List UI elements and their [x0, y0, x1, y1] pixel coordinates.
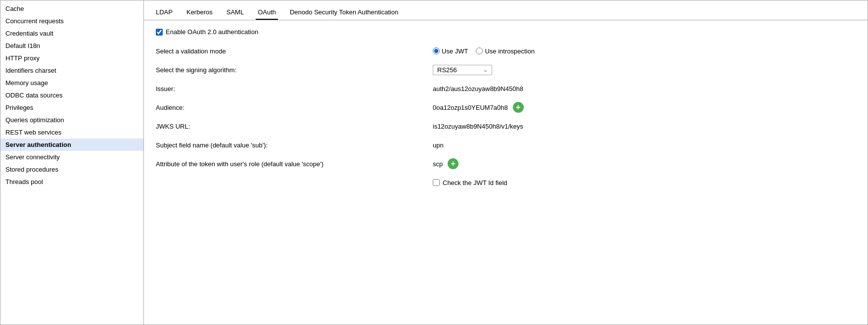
- sidebar: CacheConcurrent requestsCredentials vaul…: [0, 0, 144, 325]
- content-area: Enable OAuth 2.0 authentication Select a…: [144, 20, 868, 325]
- subject-field-row: Subject field name (default value 'sub')…: [156, 139, 856, 151]
- sidebar-item-rest-web-services[interactable]: REST web services: [0, 126, 143, 139]
- sidebar-item-server-connectivity[interactable]: Server connectivity: [0, 151, 143, 163]
- check-jwt-id-row: Check the JWT Id field: [156, 176, 856, 189]
- sidebar-item-threads-pool[interactable]: Threads pool: [0, 176, 143, 188]
- sidebar-item-identifiers-charset[interactable]: Identifiers charset: [0, 64, 143, 77]
- audience-add-button[interactable]: +: [513, 102, 524, 113]
- dropdown-arrow-icon: ⌄: [483, 67, 488, 73]
- tab-saml[interactable]: SAML: [225, 5, 246, 20]
- signing-algorithm-dropdown[interactable]: RS256 ⌄: [433, 65, 492, 75]
- sidebar-item-memory-usage[interactable]: Memory usage: [0, 77, 143, 89]
- tab-oauth[interactable]: OAuth: [256, 5, 278, 20]
- enable-oauth-checkbox[interactable]: [156, 29, 163, 36]
- jwks-url-row: JWKS URL: is12ozuyaw8b9N450h8/v1/keys: [156, 120, 856, 133]
- use-introspection-radio[interactable]: [476, 47, 483, 54]
- signing-algorithm-selected: RS256: [437, 66, 481, 74]
- tab-bar: LDAPKerberosSAMLOAuthDenodo Security Tok…: [144, 0, 868, 20]
- sidebar-item-privileges[interactable]: Privileges: [0, 101, 143, 114]
- use-jwt-option[interactable]: Use JWT: [433, 47, 468, 55]
- sidebar-item-concurrent-requests[interactable]: Concurrent requests: [0, 15, 143, 27]
- jwks-url-label: JWKS URL:: [156, 123, 433, 130]
- validation-mode-row: Select a validation mode Use JWT Use int…: [156, 45, 856, 57]
- jwks-url-text: is12ozuyaw8b9N450h8/v1/keys: [433, 123, 523, 130]
- token-role-attr-label: Attribute of the token with user's role …: [156, 160, 433, 168]
- audience-text: 0oa12ozp1s0YEUM7a0h8: [433, 104, 508, 111]
- use-introspection-label: Use introspection: [485, 47, 534, 55]
- enable-oauth-row: Enable OAuth 2.0 authentication: [156, 28, 856, 36]
- token-role-attr-row: Attribute of the token with user's role …: [156, 157, 856, 170]
- sidebar-item-default-i18n[interactable]: Default I18n: [0, 40, 143, 52]
- check-jwt-id-value: Check the JWT Id field: [433, 179, 856, 186]
- sidebar-item-server-authentication[interactable]: Server authentication: [0, 139, 143, 151]
- signing-algorithm-row: Select the signing algorithm: RS256 ⌄: [156, 63, 856, 76]
- token-role-attr-text: scp: [433, 160, 443, 168]
- check-jwt-id-checkbox[interactable]: [433, 179, 440, 186]
- token-role-attr-value: scp +: [433, 158, 856, 169]
- validation-mode-label: Select a validation mode: [156, 47, 433, 55]
- main-content: LDAPKerberosSAMLOAuthDenodo Security Tok…: [144, 0, 868, 325]
- tab-kerberos[interactable]: Kerberos: [184, 5, 215, 20]
- issuer-text: auth2/aus12ozuyaw8b9N450h8: [433, 85, 523, 93]
- validation-mode-radio-group: Use JWT Use introspection: [433, 47, 535, 55]
- audience-value: 0oa12ozp1s0YEUM7a0h8 +: [433, 102, 856, 113]
- tab-ldap[interactable]: LDAP: [154, 5, 175, 20]
- sidebar-item-queries-optimization[interactable]: Queries optimization: [0, 114, 143, 126]
- sidebar-item-credentials-vault[interactable]: Credentials vault: [0, 27, 143, 40]
- issuer-row: Issuer: auth2/aus12ozuyaw8b9N450h8: [156, 82, 856, 95]
- jwks-url-value: is12ozuyaw8b9N450h8/v1/keys: [433, 123, 856, 130]
- subject-field-text: upn: [433, 141, 444, 149]
- sidebar-item-http-proxy[interactable]: HTTP proxy: [0, 52, 143, 64]
- check-jwt-id-option[interactable]: Check the JWT Id field: [433, 179, 507, 186]
- audience-label: Audience:: [156, 104, 433, 111]
- use-jwt-radio[interactable]: [433, 47, 440, 54]
- signing-algorithm-label: Select the signing algorithm:: [156, 66, 433, 74]
- tab-denodo-security[interactable]: Denodo Security Token Authentication: [288, 5, 400, 20]
- issuer-value: auth2/aus12ozuyaw8b9N450h8: [433, 85, 856, 93]
- issuer-label: Issuer:: [156, 85, 433, 93]
- validation-mode-value: Use JWT Use introspection: [433, 47, 856, 55]
- use-jwt-label: Use JWT: [442, 47, 468, 55]
- signing-algorithm-value: RS256 ⌄: [433, 65, 856, 75]
- audience-row: Audience: 0oa12ozp1s0YEUM7a0h8 +: [156, 101, 856, 114]
- sidebar-item-cache[interactable]: Cache: [0, 2, 143, 15]
- use-introspection-option[interactable]: Use introspection: [476, 47, 534, 55]
- sidebar-item-odbc-data-sources[interactable]: ODBC data sources: [0, 89, 143, 101]
- token-role-add-button[interactable]: +: [448, 158, 458, 169]
- check-jwt-id-label: Check the JWT Id field: [443, 179, 507, 186]
- subject-field-value: upn: [433, 141, 856, 149]
- sidebar-item-stored-procedures[interactable]: Stored procedures: [0, 163, 143, 176]
- enable-oauth-label[interactable]: Enable OAuth 2.0 authentication: [166, 28, 258, 36]
- subject-field-label: Subject field name (default value 'sub')…: [156, 141, 433, 149]
